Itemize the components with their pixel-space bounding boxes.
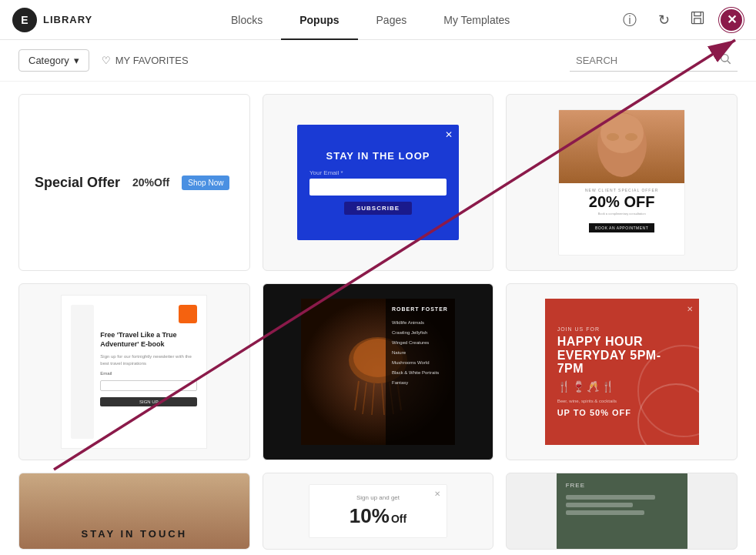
template-card-10off[interactable]: ✕ Sign up and get 10% Off: [263, 473, 494, 550]
save-icon: [690, 10, 705, 29]
toolbar: Category ▾ ♡ MY FAVORITES: [0, 40, 756, 82]
loop-email-input: [309, 179, 447, 196]
search-input[interactable]: [576, 55, 714, 66]
green-line-1: [566, 495, 656, 500]
offer20-image: [559, 110, 684, 183]
loop-title: STAY IN THE LOOP: [326, 150, 430, 162]
loop-cta: SUBSCRIBE: [344, 202, 412, 215]
template-card-20off[interactable]: NEW CLIENT SPECIAL OFFER 20% OFF Book a …: [506, 94, 738, 271]
wildlife-item-4: Nature: [392, 348, 449, 358]
template-card-special-offer[interactable]: Special Offer 20%Off Shop Now: [18, 94, 250, 271]
search-area: [570, 49, 738, 72]
special-offer-content: Special Offer 20%Off Shop Now: [35, 175, 234, 191]
green-line-2: [566, 503, 634, 507]
special-offer-title: Special Offer: [35, 175, 120, 191]
hh-close-icon: ✕: [687, 305, 693, 313]
ebook-description: Sign up for our fortnightly newsletter w…: [100, 353, 197, 366]
main-nav: Blocks Popups Pages My Templates: [123, 0, 617, 40]
tenoff-amount: 10% Off: [350, 504, 406, 528]
svg-line-9: [355, 381, 359, 410]
offer20-subtitle: NEW CLIENT SPECIAL OFFER: [564, 188, 680, 192]
svg-line-12: [382, 383, 384, 415]
template-card-happyhour[interactable]: ✕ JOIN US FOR HAPPY HOUREVERYDAY 5PM-7PM…: [506, 283, 738, 460]
offer20-percent: 20% OFF: [564, 194, 680, 209]
stay-touch-title: STAY IN TOUCH: [82, 528, 187, 540]
search-icon: [719, 52, 731, 68]
tenoff-off: Off: [391, 513, 406, 525]
offer20-description: Book a complimentary consultation: [564, 212, 680, 216]
offer20-content: NEW CLIENT SPECIAL OFFER 20% OFF Book a …: [558, 109, 685, 256]
ebook-email-label: Email: [100, 371, 197, 376]
hh-join-text: JOIN US FOR: [557, 326, 687, 332]
header-actions: ⓘ ↻ ✕: [617, 8, 744, 32]
category-dropdown[interactable]: Category ▾: [18, 49, 89, 72]
logo-text: LIBRARY: [43, 14, 92, 25]
loop-close-icon: ✕: [445, 129, 453, 140]
logo-icon: E: [12, 8, 37, 32]
template-card-stay-loop[interactable]: ✕ STAY IN THE LOOP Your Email * SUBSCRIB…: [263, 94, 494, 271]
tenoff-label: Sign up and get: [356, 494, 400, 501]
chevron-down-icon: ▾: [74, 55, 79, 66]
green-line-3: [566, 510, 644, 515]
ebook-title: Free 'Travel Like a True Adventurer' E-b…: [100, 331, 197, 349]
ebook-cta: SIGN UP: [100, 397, 197, 406]
tenoff-percent: 10%: [350, 504, 390, 528]
template-grid: Special Offer 20%Off Shop Now ✕ STAY IN …: [0, 82, 756, 553]
wildlife-menu: ROBERT FOSTER Wildlife Animals Crawling …: [386, 299, 455, 445]
happyhour-content: ✕ JOIN US FOR HAPPY HOUREVERYDAY 5PM-7PM…: [545, 299, 699, 445]
ebook-sidebar: [71, 305, 94, 439]
svg-point-1: [721, 55, 728, 62]
refresh-button[interactable]: ↻: [651, 8, 676, 32]
logo-area: E LIBRARY: [12, 8, 92, 32]
favorites-button[interactable]: ♡ MY FAVORITES: [102, 55, 189, 66]
ebook-content: Free 'Travel Like a True Adventurer' E-b…: [61, 295, 207, 449]
header: E LIBRARY Blocks Popups Pages My Templat…: [0, 0, 756, 40]
nav-pages[interactable]: Pages: [358, 0, 426, 40]
wildlife-item-7: Fantasy: [392, 378, 449, 388]
template-card-ebook[interactable]: Free 'Travel Like a True Adventurer' E-b…: [18, 283, 250, 460]
stay-touch-content: STAY IN TOUCH: [19, 473, 249, 549]
info-icon: ⓘ: [623, 11, 637, 29]
svg-line-10: [363, 383, 366, 414]
wildlife-item-5: Mushrooms World: [392, 358, 449, 368]
template-card-stay-touch[interactable]: STAY IN TOUCH: [18, 473, 250, 550]
stay-loop-content: ✕ STAY IN THE LOOP Your Email * SUBSCRIB…: [297, 125, 459, 240]
offer20-face: [559, 110, 684, 183]
nav-blocks[interactable]: Blocks: [212, 0, 281, 40]
svg-point-4: [600, 113, 644, 153]
nav-my-templates[interactable]: My Templates: [425, 0, 528, 40]
svg-point-5: [607, 133, 619, 141]
wildlife-item-3: Winged Creatures: [392, 338, 449, 348]
close-button[interactable]: ✕: [719, 8, 744, 32]
nav-popups[interactable]: Popups: [281, 0, 357, 40]
wildlife-brand: ROBERT FOSTER: [392, 306, 449, 312]
wildlife-item-1: Wildlife Animals: [392, 318, 449, 328]
wildlife-content: ROBERT FOSTER Wildlife Animals Crawling …: [301, 299, 455, 445]
offer-cta: Shop Now: [182, 176, 229, 190]
info-button[interactable]: ⓘ: [617, 8, 642, 32]
green-lines: [566, 495, 678, 515]
loop-email-label: Your Email *: [309, 169, 343, 176]
green-title: FREE: [566, 482, 678, 489]
wildlife-item-2: Crawling Jellyfish: [392, 328, 449, 338]
tenoff-close-icon: ✕: [434, 490, 440, 498]
svg-line-11: [372, 383, 374, 415]
offer20-cta: BOOK AN APPOINTMENT: [589, 223, 654, 232]
ebook-email-field: [100, 380, 197, 391]
ebook-main: Free 'Travel Like a True Adventurer' E-b…: [100, 305, 197, 439]
heart-icon: ♡: [102, 55, 111, 66]
svg-point-6: [625, 133, 637, 141]
template-card-green[interactable]: FREE: [506, 473, 738, 550]
svg-rect-0: [692, 12, 704, 24]
svg-line-2: [728, 61, 731, 64]
close-icon: ✕: [727, 12, 737, 27]
template-card-wildlife[interactable]: ROBERT FOSTER Wildlife Animals Crawling …: [263, 283, 494, 460]
tenoff-content: ✕ Sign up and get 10% Off: [309, 484, 447, 538]
wildlife-item-6: Black & White Portraits: [392, 368, 449, 378]
refresh-icon: ↻: [658, 12, 670, 28]
ebook-accent: [179, 305, 197, 323]
offer-discount: 20%Off: [132, 176, 169, 189]
green-content: FREE: [557, 473, 687, 550]
offer20-body: NEW CLIENT SPECIAL OFFER 20% OFF Book a …: [559, 183, 684, 237]
save-button[interactable]: [685, 8, 710, 32]
